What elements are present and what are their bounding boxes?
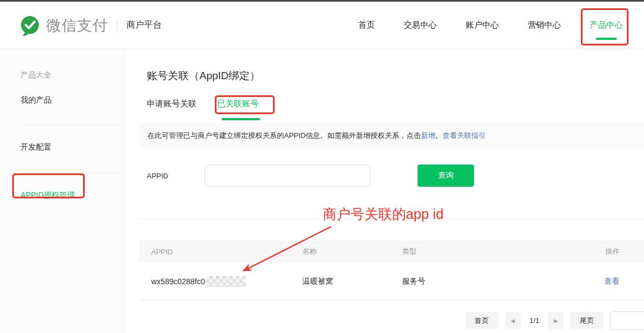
notice-separator: 。 bbox=[435, 131, 442, 141]
logo-divider bbox=[117, 19, 117, 32]
page-indicator: 1/1 bbox=[527, 316, 542, 325]
query-button[interactable]: 查询 bbox=[418, 165, 474, 187]
page-title: 账号关联（AppID绑定） bbox=[147, 69, 260, 83]
wechat-pay-logo-icon bbox=[19, 15, 40, 36]
page-jump-input[interactable] bbox=[610, 311, 644, 330]
col-header-appid: APPID bbox=[151, 248, 302, 256]
sidebar-divider bbox=[20, 125, 124, 125]
nav-item-home[interactable]: 首页 bbox=[358, 20, 375, 30]
pagination: 首页 ◀ 1/1 ▶ 尾页 bbox=[465, 311, 644, 330]
appid-input[interactable] bbox=[204, 165, 370, 187]
appid-mosaic-blur bbox=[206, 276, 246, 287]
sidebar: 产品大全 我的产品 开发配置 APPID授权管理 bbox=[0, 50, 125, 333]
sidebar-item-appid-auth-management[interactable]: APPID授权管理 bbox=[0, 191, 124, 201]
top-nav: 首页 交易中心 账户中心 营销中心 产品中心 bbox=[358, 2, 623, 49]
appid-value: wx589c0288fc0 bbox=[151, 277, 205, 286]
last-page-button[interactable]: 尾页 bbox=[570, 312, 604, 329]
sidebar-item-dev-config[interactable]: 开发配置 bbox=[0, 142, 124, 152]
view-action-link[interactable]: 查看 bbox=[604, 276, 620, 285]
view-link-guide[interactable]: 查看关联指引 bbox=[442, 131, 486, 141]
platform-label: 商户平台 bbox=[126, 19, 162, 31]
first-page-button[interactable]: 首页 bbox=[465, 312, 498, 329]
col-header-type: 类型 bbox=[402, 247, 586, 257]
col-header-action: 操作 bbox=[586, 247, 620, 257]
header: 微信支付 商户平台 首页 交易中心 账户中心 营销中心 产品中心 bbox=[0, 2, 644, 49]
notice-bar: 在此可管理已与商户号建立绑定授权关系的APPID信息。如需额外新增授权关系，点击… bbox=[140, 122, 644, 149]
next-page-icon[interactable]: ▶ bbox=[548, 312, 564, 329]
active-tab-underline bbox=[221, 118, 260, 120]
annotation-text: 商户号关联的app id bbox=[323, 205, 444, 223]
sidebar-item-my-products[interactable]: 我的产品 bbox=[0, 95, 124, 105]
sidebar-item-product-catalog[interactable]: 产品大全 bbox=[0, 70, 124, 80]
nav-item-marketing-center[interactable]: 营销中心 bbox=[528, 20, 561, 30]
tab-apply-account-link[interactable]: 申请账号关联 bbox=[147, 99, 197, 109]
logo[interactable]: 微信支付 商户平台 bbox=[19, 15, 162, 36]
sidebar-divider bbox=[20, 173, 124, 173]
notice-text: 在此可管理已与商户号建立绑定授权关系的APPID信息。如需额外新增授权关系，点击 bbox=[147, 131, 421, 141]
main-content: 账号关联（AppID绑定） 申请账号关联 已关联账号 在此可管理已与商户号建立绑… bbox=[125, 50, 644, 333]
prev-page-icon[interactable]: ◀ bbox=[505, 312, 521, 329]
logo-text: 微信支付 bbox=[46, 16, 108, 35]
search-form: APPID 查询 bbox=[125, 165, 644, 187]
cell-type: 服务号 bbox=[402, 276, 586, 286]
table-row: wx589c0288fc0 温暖被窝 服务号 查看 bbox=[140, 263, 644, 300]
col-header-name: 名称 bbox=[302, 247, 402, 257]
appid-label: APPID bbox=[147, 172, 168, 180]
nav-item-product-center[interactable]: 产品中心 bbox=[590, 20, 623, 30]
table-header: APPID 名称 类型 操作 bbox=[140, 240, 644, 263]
page: 微信支付 商户平台 首页 交易中心 账户中心 营销中心 产品中心 产品大全 我的… bbox=[0, 0, 644, 333]
add-link[interactable]: 新增 bbox=[421, 131, 435, 141]
tabs: 申请账号关联 已关联账号 bbox=[147, 99, 259, 109]
cell-name: 温暖被窝 bbox=[302, 276, 402, 286]
nav-item-account-center[interactable]: 账户中心 bbox=[466, 20, 499, 30]
cell-appid: wx589c0288fc0 bbox=[151, 276, 302, 287]
tab-linked-accounts[interactable]: 已关联账号 bbox=[217, 99, 259, 109]
nav-item-trade-center[interactable]: 交易中心 bbox=[404, 20, 437, 30]
